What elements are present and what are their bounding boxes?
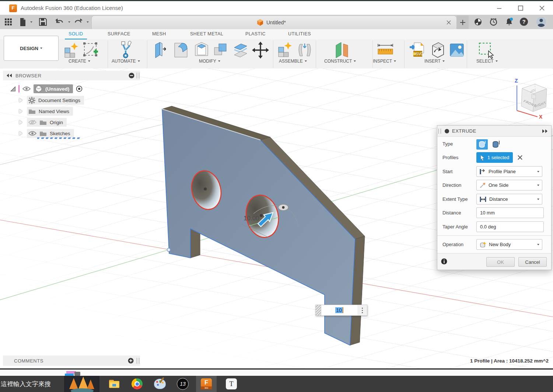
browser-root-row[interactable]: (Unsaved) [10,84,135,93]
help-icon[interactable]: ? [520,18,528,26]
browser-item-origin[interactable]: Origin [19,118,67,127]
activate-component-radio[interactable] [76,85,83,92]
select-icon[interactable] [477,41,496,60]
operation-dropdown[interactable]: New Body [476,239,542,250]
close-button[interactable] [536,4,547,12]
create-form-icon[interactable] [63,41,79,59]
create-group-label[interactable]: CREATE [69,59,90,64]
taskbar-circle-app[interactable]: 13 [175,376,191,392]
insert-mesh-icon[interactable] [429,41,445,59]
ok-button[interactable]: OK [486,257,515,267]
construct-group-label[interactable]: CONSTRUCT [324,59,356,64]
undo-caret[interactable] [68,21,70,23]
redo-icon[interactable] [74,18,83,26]
taskbar-paint[interactable] [152,376,168,392]
canvas-image-icon[interactable] [449,42,465,59]
root-visibility-eye-icon[interactable] [22,86,31,91]
browser-header[interactable]: BROWSER [3,71,140,80]
minimize-button[interactable] [494,4,505,12]
create-sketch-icon[interactable] [83,41,99,59]
tab-sheet-metal[interactable]: SHEET METAL [186,29,227,39]
undo-icon[interactable] [55,18,64,26]
extent-type-dropdown[interactable]: Distance [476,194,542,204]
dialog-collapse-icon[interactable] [542,129,548,133]
taskbar-typora[interactable]: T [223,376,239,392]
tab-surface[interactable]: SURFACE [104,29,134,39]
dimension-drag-handle[interactable] [316,305,321,315]
shell-icon[interactable] [193,41,210,59]
dimension-input-box[interactable]: 10 [315,305,367,316]
extensions-icon[interactable] [474,18,482,26]
taskbar-search-box[interactable]: 這裡輸入文字來搜 [0,380,64,388]
expander-icon[interactable] [19,109,22,113]
dimension-input[interactable]: 10 [321,305,357,315]
taskbar-chrome[interactable] [129,376,145,392]
inspect-group-label[interactable]: INSPECT [373,59,396,64]
press-pull-icon[interactable] [153,41,169,59]
type-solid-extrude-button[interactable] [476,139,488,150]
document-tab[interactable]: Untitled* [91,15,457,29]
construct-plane-icon[interactable] [332,41,351,59]
user-avatar[interactable] [536,17,546,27]
expander-icon[interactable] [19,131,22,136]
info-icon[interactable] [441,258,447,265]
insert-group-label[interactable]: INSERT [424,59,445,64]
hidden-eye-icon[interactable] [28,119,36,125]
clear-selection-icon[interactable] [517,155,523,160]
automate-icon[interactable] [117,41,134,59]
root-selected-item[interactable]: (Unsaved) [34,84,73,93]
start-dropdown[interactable]: Profile Plane [476,166,542,177]
tab-mesh[interactable]: MESH [148,29,170,39]
new-document-tab-button[interactable] [457,15,469,29]
comments-resize-handle[interactable] [137,358,139,364]
browser-item-sketches[interactable]: Sketches [19,129,74,138]
select-group-label[interactable]: SELECT [476,59,498,64]
expander-icon[interactable] [19,120,22,125]
notifications-bell-icon[interactable] [505,17,514,27]
browser-item-document-settings[interactable]: Document Settings [19,96,84,105]
root-expander-icon[interactable] [10,85,16,92]
distance-input[interactable]: 10 mm [476,207,544,218]
tab-utilities[interactable]: UTILITIES [284,29,315,39]
dialog-drag-handle[interactable] [438,129,441,134]
fillet-icon[interactable] [172,41,189,59]
measure-icon[interactable] [376,42,395,58]
file-menu-icon[interactable] [19,18,27,27]
app-grid-menu-icon[interactable] [4,18,13,26]
offset-face-icon[interactable] [231,41,249,59]
dimension-options-menu[interactable] [357,305,367,315]
type-thin-extrude-button[interactable] [490,139,501,150]
save-icon[interactable] [39,18,47,26]
taper-angle-input[interactable]: 0.0 deg [476,221,544,232]
insert-svg-icon[interactable]: SVG [409,41,425,59]
profiles-selected-button[interactable]: 1 selected [476,152,513,163]
direction-dropdown[interactable]: One Side [476,180,542,190]
job-status-clock-icon[interactable] [489,18,498,26]
modify-group-label[interactable]: MODIFY [199,59,220,64]
rotate-handle[interactable] [279,204,288,211]
add-comment-icon[interactable] [128,358,134,364]
move-copy-icon[interactable] [252,42,269,59]
tab-solid[interactable]: SOLID [65,29,87,40]
view-cube[interactable]: Z X FRONT RIGHT TOP [510,72,553,119]
taskbar-file-explorer[interactable] [106,376,122,392]
joint-icon[interactable] [297,41,312,59]
tab-plastic[interactable]: PLASTIC [242,29,269,39]
assemble-group-label[interactable]: ASSEMBLE [279,59,307,64]
automate-group-label[interactable]: AUTOMATE [112,59,140,64]
file-menu-caret[interactable] [30,21,32,23]
browser-minimize-icon[interactable] [129,73,134,78]
comments-bar[interactable]: COMMENTS [3,356,140,366]
viewcube-corner[interactable] [532,94,536,99]
redo-caret[interactable] [87,21,89,23]
combine-icon[interactable] [212,41,229,59]
search-highlight-image[interactable] [64,376,99,392]
maximize-button[interactable] [515,4,526,12]
taskbar-fusion-360[interactable]: F 360 [196,376,217,392]
origin-point[interactable] [167,248,171,252]
document-tab-close-icon[interactable] [446,20,451,25]
visible-eye-icon[interactable] [28,131,36,136]
browser-item-named-views[interactable]: Named Views [19,107,73,116]
cancel-button[interactable]: Cancel [518,257,547,267]
expander-icon[interactable] [19,98,22,102]
